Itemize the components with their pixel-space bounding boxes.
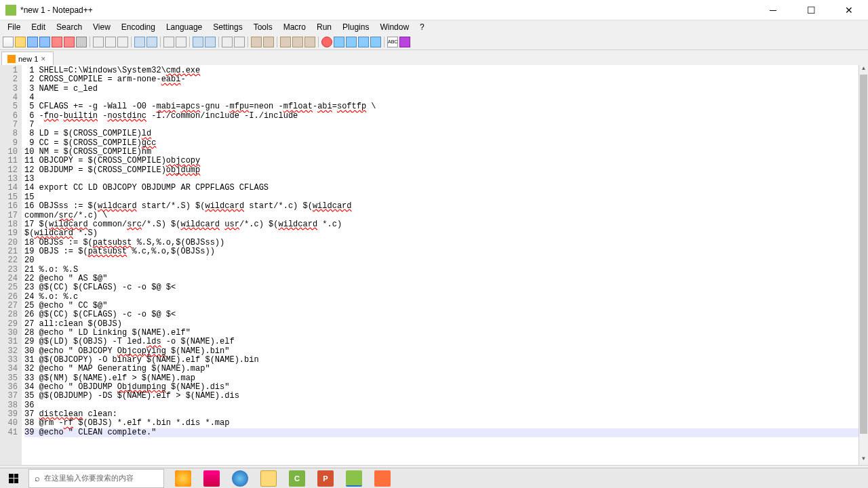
toolbar-separator [218, 37, 219, 47]
tabbar: new 1 ✕ [0, 50, 868, 65]
toolbar-separator [248, 37, 248, 47]
maximize-button[interactable]: ☐ [797, 1, 825, 20]
undo-icon[interactable] [134, 37, 145, 47]
notepadpp-icon [346, 470, 362, 487]
search-placeholder: 在这里输入你要搜索的内容 [44, 473, 134, 483]
toolbar-separator [277, 37, 277, 47]
taskbar-edge[interactable] [226, 468, 254, 489]
toolbar: ABC [0, 34, 868, 50]
toolbar-separator [318, 37, 319, 47]
scroll-up-icon[interactable]: ▲ [859, 65, 868, 75]
powerpoint-icon: P [317, 470, 334, 487]
save-icon[interactable] [27, 37, 38, 47]
paste-icon[interactable] [117, 37, 128, 47]
menu-edit[interactable]: Edit [26, 21, 50, 33]
taskbar-app-c[interactable]: C [283, 468, 311, 489]
taskbar-recorder[interactable] [369, 468, 396, 489]
spellcheck-settings-icon[interactable] [399, 37, 410, 47]
window-controls: ─ ☐ ✕ [760, 1, 863, 20]
wordwrap-icon[interactable] [234, 37, 245, 47]
taskbar-apps: C P [170, 468, 396, 489]
recorder-icon [374, 470, 391, 487]
toolbar-separator [160, 37, 161, 47]
start-button[interactable] [0, 468, 27, 489]
play-macro-icon[interactable] [346, 37, 357, 47]
cut-icon[interactable] [93, 37, 104, 47]
folder-as-workspace-icon[interactable] [280, 37, 291, 47]
tab-file-icon [7, 55, 16, 63]
app-icon [5, 5, 16, 16]
windows-icon [9, 474, 18, 483]
toolbar-separator [189, 37, 190, 47]
editor[interactable]: 1234567891011121314151617181920212223242… [0, 65, 868, 465]
menu-file[interactable]: File [3, 21, 25, 33]
menu-help[interactable]: ? [415, 21, 429, 33]
code-area[interactable]: 1 SHELL=C:\Windows\System32\cmd.exe 2 CR… [22, 65, 868, 465]
find-icon[interactable] [163, 37, 174, 47]
close-button[interactable]: ✕ [835, 1, 863, 20]
toolbar-separator [90, 37, 90, 47]
window-title: *new 1 - Notepad++ [20, 5, 760, 15]
taskbar-decorative2[interactable] [198, 468, 225, 489]
print-icon[interactable] [76, 37, 87, 47]
folder-icon [260, 470, 277, 487]
taskbar-search[interactable]: ⌕ 在这里输入你要搜索的内容 [28, 469, 164, 488]
menu-macro[interactable]: Macro [279, 21, 311, 33]
edge-icon [232, 470, 248, 487]
show-symbols-icon[interactable] [251, 37, 262, 47]
menubar: File Edit Search View Encoding Language … [0, 20, 868, 34]
menu-language[interactable]: Language [161, 21, 207, 33]
redo-icon[interactable] [146, 37, 157, 47]
menu-window[interactable]: Window [375, 21, 414, 33]
stop-macro-icon[interactable] [334, 37, 344, 47]
close-file-icon[interactable] [52, 37, 62, 47]
doc-map-icon[interactable] [304, 37, 315, 47]
titlebar: *new 1 - Notepad++ ─ ☐ ✕ [0, 0, 868, 20]
line-gutter: 1234567891011121314151617181920212223242… [0, 65, 22, 465]
minimize-button[interactable]: ─ [760, 1, 787, 20]
taskbar-decorative1[interactable] [170, 468, 197, 489]
indent-guide-icon[interactable] [263, 37, 274, 47]
menu-encoding[interactable]: Encoding [117, 21, 160, 33]
record-macro-icon[interactable] [321, 37, 332, 47]
taskbar-notepadpp[interactable] [340, 468, 368, 489]
play-multiple-icon[interactable] [358, 37, 369, 47]
menu-tools[interactable]: Tools [249, 21, 277, 33]
function-list-icon[interactable] [292, 37, 303, 47]
open-file-icon[interactable] [15, 37, 26, 47]
spellcheck-icon[interactable]: ABC [387, 37, 398, 47]
tab-label: new 1 [18, 55, 38, 63]
search-icon: ⌕ [35, 473, 40, 483]
vertical-scrollbar[interactable]: ▲ ▼ [859, 65, 868, 465]
toolbar-separator [131, 37, 132, 47]
tab-new1[interactable]: new 1 ✕ [1, 52, 54, 65]
c-app-icon: C [289, 470, 305, 487]
close-all-icon[interactable] [64, 37, 75, 47]
save-macro-icon[interactable] [370, 37, 381, 47]
sync-scroll-icon[interactable] [222, 37, 233, 47]
scroll-down-icon[interactable]: ▼ [859, 455, 868, 465]
replace-icon[interactable] [176, 37, 186, 47]
menu-run[interactable]: Run [312, 21, 336, 33]
scroll-thumb[interactable] [860, 75, 867, 434]
taskbar-powerpoint[interactable]: P [312, 468, 339, 489]
tab-close-icon[interactable]: ✕ [41, 56, 47, 62]
menu-view[interactable]: View [88, 21, 115, 33]
save-all-icon[interactable] [39, 37, 50, 47]
menu-settings[interactable]: Settings [208, 21, 247, 33]
new-file-icon[interactable] [3, 37, 14, 47]
taskbar: ⌕ 在这里输入你要搜索的内容 C P [0, 468, 868, 488]
taskbar-explorer[interactable] [255, 468, 282, 489]
menu-plugins[interactable]: Plugins [338, 21, 374, 33]
zoom-out-icon[interactable] [205, 37, 216, 47]
copy-icon[interactable] [105, 37, 116, 47]
menu-search[interactable]: Search [52, 21, 87, 33]
toolbar-separator [384, 37, 384, 47]
zoom-in-icon[interactable] [193, 37, 203, 47]
